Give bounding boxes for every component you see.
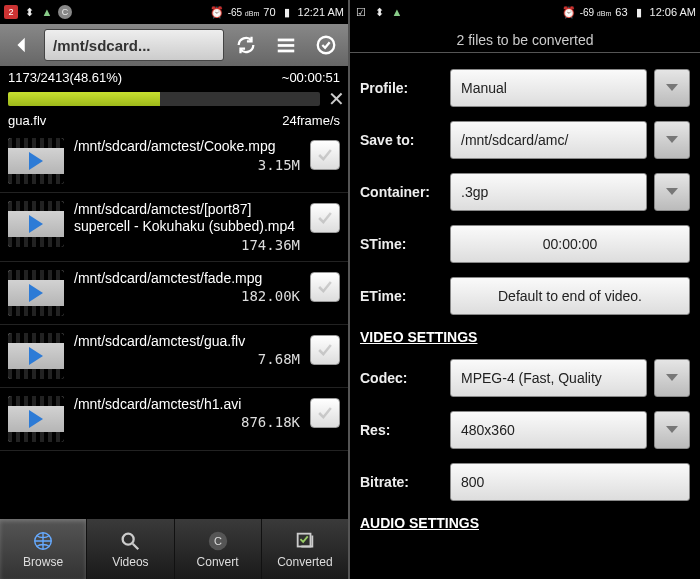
- progress-eta: ~00:00:51: [282, 70, 340, 85]
- progress-block: 1173/2413(48.61%) ~00:00:51 ✕ gua.flv 24…: [0, 66, 348, 130]
- file-item[interactable]: /mnt/sdcard/amctest/Cooke.mpg3.15M: [0, 130, 348, 193]
- progress-file: gua.flv: [8, 113, 46, 128]
- file-path: /mnt/sdcard/amctest/gua.flv: [74, 333, 300, 350]
- dropdown-arrow-icon[interactable]: [654, 121, 690, 159]
- select-all-button[interactable]: [308, 27, 344, 63]
- header-bar: /mnt/sdcard...: [0, 24, 348, 66]
- battery-icon: ▮: [632, 5, 646, 19]
- browse-icon: [31, 529, 55, 553]
- file-checkbox[interactable]: [310, 335, 340, 365]
- menu-button[interactable]: [268, 27, 304, 63]
- file-browser-screen: 2 ⬍ ▲ C ⏰ -65 dBm 70 ▮ 12:21 AM /mnt/sdc…: [0, 0, 350, 579]
- saveto-select[interactable]: /mnt/sdcard/amc/: [450, 121, 647, 159]
- battery-pct: 63: [615, 6, 627, 18]
- file-path: /mnt/sdcard/amctest/h1.avi: [74, 396, 300, 413]
- settings-form: Profile: Manual Save to: /mnt/sdcard/amc…: [350, 55, 700, 579]
- app-icon: C: [58, 5, 72, 19]
- svg-rect-0: [278, 39, 295, 42]
- dropdown-arrow-icon[interactable]: [654, 173, 690, 211]
- stime-button[interactable]: 00:00:00: [450, 225, 690, 263]
- tab-browse[interactable]: Browse: [0, 519, 87, 579]
- codec-label: Codec:: [360, 370, 442, 386]
- file-checkbox[interactable]: [310, 398, 340, 428]
- codec-select[interactable]: MPEG-4 (Fast, Quality: [450, 359, 647, 397]
- file-checkbox[interactable]: [310, 272, 340, 302]
- svg-rect-2: [278, 50, 295, 53]
- profile-select[interactable]: Manual: [450, 69, 647, 107]
- video-thumb-icon: [8, 270, 64, 316]
- etime-label: ETime:: [360, 288, 442, 304]
- profile-label: Profile:: [360, 80, 442, 96]
- file-checkbox[interactable]: [310, 203, 340, 233]
- svg-text:C: C: [214, 535, 222, 547]
- file-path: /mnt/sdcard/amctest/[port87] supercell -…: [74, 201, 300, 235]
- file-path: /mnt/sdcard/amctest/fade.mpg: [74, 270, 300, 287]
- android-icon: ▲: [390, 5, 404, 19]
- progress-counter: 1173/2413(48.61%): [8, 70, 122, 85]
- tab-converted[interactable]: Converted: [262, 519, 348, 579]
- video-thumb-icon: [8, 201, 64, 247]
- tab-videos[interactable]: Videos: [87, 519, 174, 579]
- video-settings-header: VIDEO SETTINGS: [350, 329, 690, 345]
- file-item[interactable]: /mnt/sdcard/amctest/fade.mpg182.00K: [0, 262, 348, 325]
- video-thumb-icon: [8, 138, 64, 184]
- search-icon: [118, 529, 142, 553]
- back-button[interactable]: [4, 27, 40, 63]
- convert-count: 2 files to be converted: [350, 24, 700, 52]
- usb-icon: ⬍: [372, 5, 386, 19]
- file-size: 876.18K: [241, 414, 300, 430]
- stime-label: STime:: [360, 236, 442, 252]
- res-select[interactable]: 480x360: [450, 411, 647, 449]
- file-size: 7.68M: [258, 351, 300, 367]
- file-list[interactable]: /mnt/sdcard/amctest/Cooke.mpg3.15M/mnt/s…: [0, 130, 348, 519]
- video-thumb-icon: [8, 333, 64, 379]
- video-thumb-icon: [8, 396, 64, 442]
- signal-strength: -65 dBm: [228, 7, 260, 18]
- file-size: 182.00K: [241, 288, 300, 304]
- clock: 12:21 AM: [298, 6, 344, 18]
- saveto-label: Save to:: [360, 132, 442, 148]
- android-icon: ▲: [40, 5, 54, 19]
- tab-convert[interactable]: CConvert: [175, 519, 262, 579]
- file-item[interactable]: /mnt/sdcard/amctest/[port87] supercell -…: [0, 193, 348, 262]
- svg-rect-1: [278, 44, 295, 47]
- battery-pct: 70: [263, 6, 275, 18]
- refresh-button[interactable]: [228, 27, 264, 63]
- path-display[interactable]: /mnt/sdcard...: [44, 29, 224, 61]
- file-path: /mnt/sdcard/amctest/Cooke.mpg: [74, 138, 300, 155]
- res-label: Res:: [360, 422, 442, 438]
- tab-label: Converted: [277, 555, 332, 569]
- container-select[interactable]: .3gp: [450, 173, 647, 211]
- etime-button[interactable]: Default to end of video.: [450, 277, 690, 315]
- file-item[interactable]: /mnt/sdcard/amctest/gua.flv7.68M: [0, 325, 348, 388]
- file-item[interactable]: /mnt/sdcard/amctest/h1.avi876.18K: [0, 388, 348, 451]
- notification-icon: 2: [4, 5, 18, 19]
- audio-settings-header: AUDIO SETTINGS: [350, 515, 690, 531]
- checkbox-icon: ☑: [354, 5, 368, 19]
- alarm-icon: ⏰: [210, 5, 224, 19]
- bitrate-label: Bitrate:: [360, 474, 442, 490]
- convert-icon: C: [206, 529, 230, 553]
- alarm-icon: ⏰: [562, 5, 576, 19]
- dropdown-arrow-icon[interactable]: [654, 69, 690, 107]
- tab-label: Videos: [112, 555, 148, 569]
- progress-bar: [8, 92, 320, 106]
- container-label: Container:: [360, 184, 442, 200]
- dropdown-arrow-icon[interactable]: [654, 411, 690, 449]
- usb-icon: ⬍: [22, 5, 36, 19]
- file-size: 3.15M: [258, 157, 300, 173]
- bottom-tabs: BrowseVideosCConvertConverted: [0, 519, 348, 579]
- cancel-button[interactable]: ✕: [324, 87, 348, 111]
- bitrate-input[interactable]: 800: [450, 463, 690, 501]
- signal-strength: -69 dBm: [580, 7, 612, 18]
- battery-icon: ▮: [280, 5, 294, 19]
- tab-label: Convert: [197, 555, 239, 569]
- status-bar: 2 ⬍ ▲ C ⏰ -65 dBm 70 ▮ 12:21 AM: [0, 0, 348, 24]
- file-checkbox[interactable]: [310, 140, 340, 170]
- clock: 12:06 AM: [650, 6, 696, 18]
- progress-rate: 24frame/s: [282, 113, 340, 128]
- dropdown-arrow-icon[interactable]: [654, 359, 690, 397]
- svg-point-5: [123, 534, 134, 545]
- file-size: 174.36M: [241, 237, 300, 253]
- status-bar: ☑ ⬍ ▲ ⏰ -69 dBm 63 ▮ 12:06 AM: [350, 0, 700, 24]
